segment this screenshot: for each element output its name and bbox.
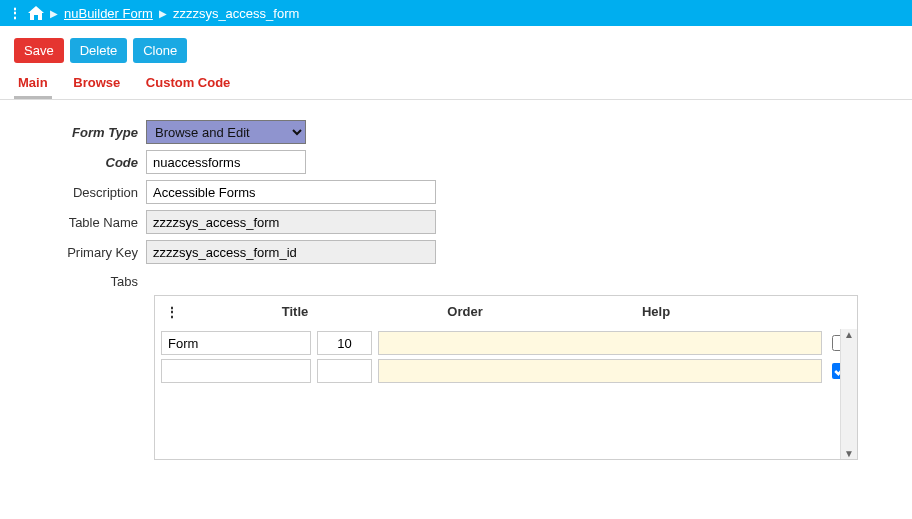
- label-description: Description: [16, 185, 146, 200]
- subgrid-options-icon[interactable]: ⋮: [165, 304, 179, 320]
- breadcrumb-bar: ⋮ ▶ nuBuilder Form ▶ zzzzsys_access_form: [0, 0, 912, 26]
- tab-main[interactable]: Main: [14, 69, 52, 99]
- tab-custom-code[interactable]: Custom Code: [142, 69, 235, 96]
- table-name-input[interactable]: [146, 210, 436, 234]
- form-type-select[interactable]: Browse and Edit: [146, 120, 306, 144]
- clone-button[interactable]: Clone: [133, 38, 187, 63]
- label-tabs: Tabs: [16, 270, 146, 289]
- label-code: Code: [16, 155, 146, 170]
- subgrid-header: ⋮ Title Order Help: [155, 300, 857, 329]
- scroll-down-icon[interactable]: ▼: [844, 448, 854, 459]
- subgrid-title-input[interactable]: [161, 331, 311, 355]
- home-icon[interactable]: [28, 6, 44, 20]
- scroll-up-icon[interactable]: ▲: [844, 329, 854, 340]
- subgrid-col-help: Help: [495, 304, 817, 319]
- label-table-name: Table Name: [16, 215, 146, 230]
- delete-button[interactable]: Delete: [70, 38, 128, 63]
- label-primary-key: Primary Key: [16, 245, 146, 260]
- subgrid-title-input[interactable]: [161, 359, 311, 383]
- subgrid-body: ▲ ▼: [155, 329, 857, 459]
- save-button[interactable]: Save: [14, 38, 64, 63]
- tab-browse[interactable]: Browse: [69, 69, 124, 96]
- tabs-subgrid: ⋮ Title Order Help ▲ ▼: [154, 295, 858, 460]
- options-menu-icon[interactable]: ⋮: [8, 5, 22, 21]
- form-area: Form Type Browse and Edit Code Descripti…: [0, 100, 912, 500]
- subgrid-col-order: Order: [435, 304, 495, 319]
- code-input[interactable]: [146, 150, 306, 174]
- primary-key-input[interactable]: [146, 240, 436, 264]
- form-tabs: Main Browse Custom Code: [0, 69, 912, 100]
- description-input[interactable]: [146, 180, 436, 204]
- subgrid-order-input[interactable]: [317, 331, 372, 355]
- subgrid-help-input[interactable]: [378, 359, 822, 383]
- subgrid-row: [155, 357, 857, 385]
- action-toolbar: Save Delete Clone: [0, 26, 912, 69]
- subgrid-help-input[interactable]: [378, 331, 822, 355]
- breadcrumb-current: zzzzsys_access_form: [173, 6, 299, 21]
- subgrid-order-input[interactable]: [317, 359, 372, 383]
- chevron-right-icon: ▶: [159, 8, 167, 19]
- subgrid-row: [155, 329, 857, 357]
- subgrid-col-title: Title: [215, 304, 375, 319]
- label-form-type: Form Type: [16, 125, 146, 140]
- breadcrumb-link-nubuilder-form[interactable]: nuBuilder Form: [64, 6, 153, 21]
- subgrid-scrollbar[interactable]: ▲ ▼: [840, 329, 857, 459]
- chevron-right-icon: ▶: [50, 8, 58, 19]
